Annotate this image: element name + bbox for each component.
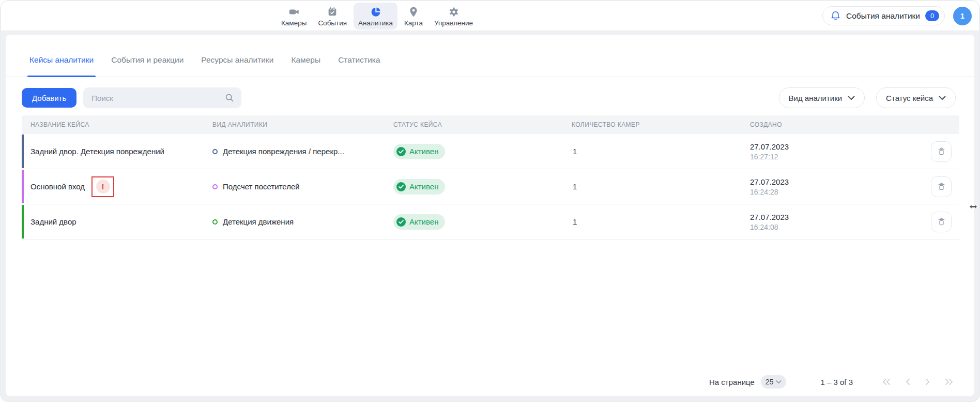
main-navigation: Камеры События [277,3,478,29]
prev-page-button[interactable] [905,378,911,385]
created-date: 27.07.2023 [750,213,924,221]
delete-case-button[interactable] [931,141,952,162]
top-bar-right: События аналитики 0 1 [822,6,972,25]
analytics-type-icon [212,149,218,154]
analytics-type-icon [212,184,218,189]
analytics-panel: Кейсы аналитики События и реакции Ресурс… [6,35,974,396]
created-time: 16:24:08 [750,223,924,231]
add-button[interactable]: Добавить [22,88,76,108]
last-page-button[interactable] [944,378,954,385]
created-time: 16:24:28 [750,188,924,196]
search-box [83,87,241,108]
calendar-check-icon [326,6,339,18]
analytics-events-button[interactable]: События аналитики 0 [822,6,945,25]
row-accent-bar [22,135,24,168]
delete-case-button[interactable] [931,176,952,197]
search-icon[interactable] [224,93,235,105]
nav-label: Аналитика [358,19,393,27]
tab-statistics[interactable]: Статистика [338,55,380,77]
nav-label: События [318,19,347,27]
chevron-right-icon [925,378,930,385]
top-bar: Камеры События [1,1,979,31]
bell-icon [830,10,841,21]
table-row[interactable]: Задний двор. Детекция повреждений Детекц… [22,134,959,169]
trash-icon [937,182,946,191]
trash-icon [937,217,946,227]
search-input[interactable] [83,87,241,108]
chevron-down-icon [776,380,782,384]
created-date: 27.07.2023 [750,142,924,151]
col-header-case-name: НАЗВАНИЕ КЕЙСА [22,121,212,128]
table-toolbar: Добавить Вид аналитики [22,87,956,108]
nav-label: Карта [404,19,423,27]
camera-count: 1 [572,217,750,226]
nav-item-cameras[interactable]: Камеры [277,3,311,29]
case-name: Основной вход [30,182,85,191]
tab-analytics-resources[interactable]: Ресурсы аналитики [201,55,273,77]
row-accent-bar [22,205,24,239]
col-header-created: СОЗДАНО [750,121,924,128]
analytics-type-label: Подсчет посетителей [223,182,300,191]
check-icon [396,147,406,156]
events-count-badge: 0 [925,10,939,21]
nav-item-events[interactable]: События [313,3,351,29]
chevron-down-icon [848,96,855,100]
gear-icon [448,6,460,18]
col-header-camera-count: КОЛИЧЕСТВО КАМЕР [572,121,750,128]
analytics-events-label: События аналитики [846,11,920,21]
app-window: Камеры События [1,1,979,401]
pager-buttons [882,378,954,385]
content-area: Кейсы аналитики События и реакции Ресурс… [1,31,979,401]
status-label: Активен [409,147,438,156]
created-date: 27.07.2023 [750,177,924,186]
col-header-case-status: СТАТУС КЕЙСА [393,121,572,128]
trash-icon [937,146,946,156]
double-chevron-left-icon [882,378,891,385]
col-header-analytics-type: ВИД АНАЛИТИКИ [212,121,393,128]
delete-case-button[interactable] [931,212,952,232]
nav-item-analytics[interactable]: Аналитика [354,3,397,29]
per-page-select[interactable]: 25 [761,375,787,389]
next-page-button[interactable] [925,378,930,385]
video-camera-icon [288,6,300,18]
created-cell: 27.07.2023 16:27:12 [750,142,924,161]
nav-label: Управление [434,19,473,27]
status-badge: Активен [393,179,445,195]
first-page-button[interactable] [882,378,891,385]
row-accent-bar [22,170,24,203]
table-header: НАЗВАНИЕ КЕЙСА ВИД АНАЛИТИКИ СТАТУС КЕЙС… [22,115,959,134]
chevron-down-icon [939,96,946,100]
status-label: Активен [409,217,438,226]
user-avatar[interactable]: 1 [953,7,972,25]
pie-chart-icon [370,6,382,18]
nav-label: Камеры [281,19,307,27]
status-badge: Активен [393,214,445,230]
double-chevron-right-icon [944,378,954,385]
warning-icon: ! [96,180,110,193]
table-row[interactable]: Основной вход ! Подсчет посетителей [22,169,959,204]
per-page-label: На странице [709,378,755,386]
pagination-bar: На странице 25 1 – 3 of 3 [6,375,974,396]
tab-cameras[interactable]: Камеры [291,55,320,77]
table-row[interactable]: Задний двор Детекция движения Активен [22,204,959,240]
case-name: Задний двор. Детекция повреждений [30,147,164,156]
status-badge: Активен [393,144,445,159]
nav-item-map[interactable]: Карта [400,3,427,29]
analytics-type-filter[interactable]: Вид аналитики [779,87,865,108]
map-pin-icon [407,6,420,18]
nav-item-management[interactable]: Управление [430,3,478,29]
created-cell: 27.07.2023 16:24:08 [750,213,924,231]
section-tabs: Кейсы аналитики События и реакции Ресурс… [6,35,974,77]
empty-space [6,240,974,375]
cases-table: НАЗВАНИЕ КЕЙСА ВИД АНАЛИТИКИ СТАТУС КЕЙС… [22,115,959,240]
check-icon [396,182,406,191]
created-time: 16:27:12 [750,153,924,161]
camera-count: 1 [572,147,750,156]
case-status-filter[interactable]: Статус кейса [876,87,956,108]
tab-analytics-cases[interactable]: Кейсы аналитики [29,55,94,77]
analytics-type-label: Детекция повреждения / перекр... [223,147,344,156]
check-icon [396,217,406,227]
mouse-cursor [969,202,977,212]
page-range-label: 1 – 3 of 3 [820,378,853,386]
tab-events-reactions[interactable]: События и реакции [111,55,183,77]
